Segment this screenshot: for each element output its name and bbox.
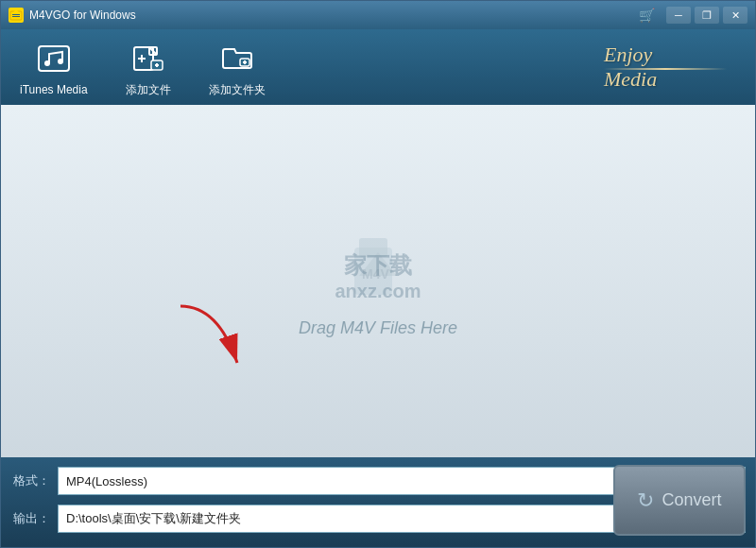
main-window: M4VGO for Windows 🛒 ─ ❐ ✕ iTunes Media bbox=[0, 0, 756, 548]
app-icon bbox=[9, 8, 24, 23]
itunes-label: iTunes Media bbox=[20, 83, 88, 96]
drop-text: Drag M4V Files Here bbox=[299, 318, 457, 338]
svg-point-5 bbox=[44, 60, 50, 66]
itunes-icon bbox=[33, 38, 75, 79]
title-bar-controls: 🛒 ─ ❐ ✕ bbox=[639, 7, 747, 24]
cart-icon[interactable]: 🛒 bbox=[639, 8, 655, 23]
close-button[interactable]: ✕ bbox=[723, 7, 747, 24]
drop-zone-icon: M4V bbox=[335, 224, 421, 309]
app-title: M4VGO for Windows bbox=[29, 9, 136, 22]
convert-refresh-icon: ↻ bbox=[637, 488, 654, 513]
arrow-indicator bbox=[124, 297, 275, 391]
enjoy-media-text: Enjoy Media bbox=[604, 43, 708, 92]
svg-rect-4 bbox=[39, 46, 69, 71]
add-file-icon bbox=[128, 37, 169, 78]
convert-label: Convert bbox=[662, 490, 721, 510]
add-file-label: 添加文件 bbox=[126, 82, 171, 98]
format-input[interactable] bbox=[58, 467, 651, 495]
minimize-button[interactable]: ─ bbox=[666, 7, 691, 24]
convert-btn-container: ↻ Convert bbox=[613, 465, 746, 537]
toolbar: iTunes Media 添加文件 bbox=[1, 29, 755, 105]
add-folder-button[interactable]: 添加文件夹 bbox=[209, 37, 266, 98]
output-label: 输出： bbox=[10, 510, 50, 527]
output-path-input[interactable] bbox=[58, 505, 651, 533]
svg-rect-0 bbox=[10, 11, 22, 20]
bottom-bar: 格式： ▼ 设置 输出： + 打开 ↻ Convert bbox=[1, 457, 755, 547]
title-bar: M4VGO for Windows 🛒 ─ ❐ ✕ bbox=[1, 1, 755, 29]
add-folder-label: 添加文件夹 bbox=[209, 82, 266, 98]
svg-text:M4V: M4V bbox=[362, 266, 389, 282]
title-bar-left: M4VGO for Windows bbox=[9, 8, 136, 23]
main-area[interactable]: 家下载 anxz.com M4V Drag M4V Files Here bbox=[1, 105, 755, 457]
svg-marker-1 bbox=[13, 9, 19, 12]
svg-rect-18 bbox=[359, 238, 387, 257]
itunes-media-button[interactable]: iTunes Media bbox=[20, 38, 88, 96]
svg-rect-2 bbox=[12, 14, 20, 15]
add-file-button[interactable]: 添加文件 bbox=[126, 37, 171, 98]
convert-button[interactable]: ↻ Convert bbox=[613, 465, 746, 536]
add-folder-icon bbox=[216, 37, 258, 78]
format-label: 格式： bbox=[10, 472, 50, 489]
drop-zone[interactable]: M4V Drag M4V Files Here bbox=[299, 224, 457, 338]
svg-rect-3 bbox=[12, 16, 20, 17]
svg-point-6 bbox=[58, 59, 63, 64]
restore-button[interactable]: ❐ bbox=[695, 7, 719, 24]
